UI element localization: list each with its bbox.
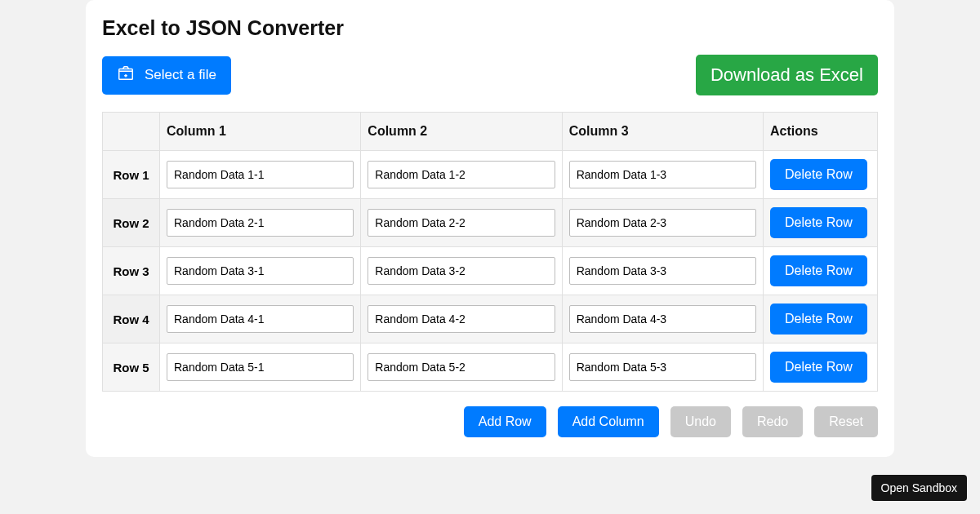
cell [160,247,361,295]
row-header: Row 4 [103,295,160,343]
cell-input[interactable] [569,305,756,333]
cell-input[interactable] [167,305,354,333]
undo-button[interactable]: Undo [670,406,731,437]
cell [160,343,361,392]
data-table: Column 1 Column 2 Column 3 Actions Row 1… [102,112,878,392]
page-title: Excel to JSON Converter [102,16,878,40]
table-row: Row 2 Delete Row [103,199,878,247]
cell-actions: Delete Row [764,295,878,343]
row-header: Row 3 [103,247,160,295]
cell [562,199,763,247]
table-row: Row 4 Delete Row [103,295,878,343]
cell-actions: Delete Row [764,199,878,247]
delete-row-button[interactable]: Delete Row [770,159,867,190]
cell-input[interactable] [569,353,756,381]
delete-row-button[interactable]: Delete Row [770,207,867,238]
app-container: Excel to JSON Converter Select a file Do… [86,0,894,457]
row-header: Row 1 [103,151,160,199]
cell-input[interactable] [368,353,555,381]
cell-input[interactable] [167,161,354,188]
cell [160,151,361,199]
cell-input[interactable] [167,257,354,285]
select-file-button[interactable]: Select a file [102,56,231,95]
download-excel-button[interactable]: Download as Excel [696,55,878,95]
header-col2: Column 2 [361,113,562,151]
cell [361,343,562,392]
cell-actions: Delete Row [764,151,878,199]
toolbar: Select a file Download as Excel [102,55,878,95]
reset-button[interactable]: Reset [814,406,878,437]
row-header: Row 2 [103,199,160,247]
cell-input[interactable] [569,209,756,237]
table-row: Row 3 Delete Row [103,247,878,295]
header-col1: Column 1 [160,113,361,151]
delete-row-button[interactable]: Delete Row [770,352,867,383]
add-column-button[interactable]: Add Column [558,406,659,437]
cell [562,247,763,295]
cell [160,295,361,343]
header-corner [103,113,160,151]
download-excel-label: Download as Excel [710,64,863,86]
header-actions: Actions [764,113,878,151]
table-row: Row 5 Delete Row [103,343,878,392]
header-col3: Column 3 [562,113,763,151]
select-file-label: Select a file [145,67,216,83]
add-row-button[interactable]: Add Row [464,406,546,437]
row-header: Row 5 [103,343,160,392]
cell [361,247,562,295]
cell [361,295,562,343]
table-row: Row 1 Delete Row [103,151,878,199]
cell-input[interactable] [569,257,756,285]
cell [361,151,562,199]
cell-input[interactable] [368,305,555,333]
cell-input[interactable] [368,161,555,188]
cell-input[interactable] [167,209,354,237]
delete-row-button[interactable]: Delete Row [770,255,867,286]
cell-input[interactable] [569,161,756,188]
footer-actions: Add Row Add Column Undo Redo Reset [102,406,878,437]
cell [361,199,562,247]
cell [562,295,763,343]
cell-input[interactable] [368,257,555,285]
cell [160,199,361,247]
delete-row-button[interactable]: Delete Row [770,304,867,335]
cell-input[interactable] [167,353,354,381]
cell [562,151,763,199]
open-sandbox-button[interactable]: Open Sandbox [871,475,967,501]
cell-actions: Delete Row [764,247,878,295]
cell-input[interactable] [368,209,555,237]
cell [562,343,763,392]
redo-button[interactable]: Redo [742,406,803,437]
file-icon [117,64,135,86]
cell-actions: Delete Row [764,343,878,392]
